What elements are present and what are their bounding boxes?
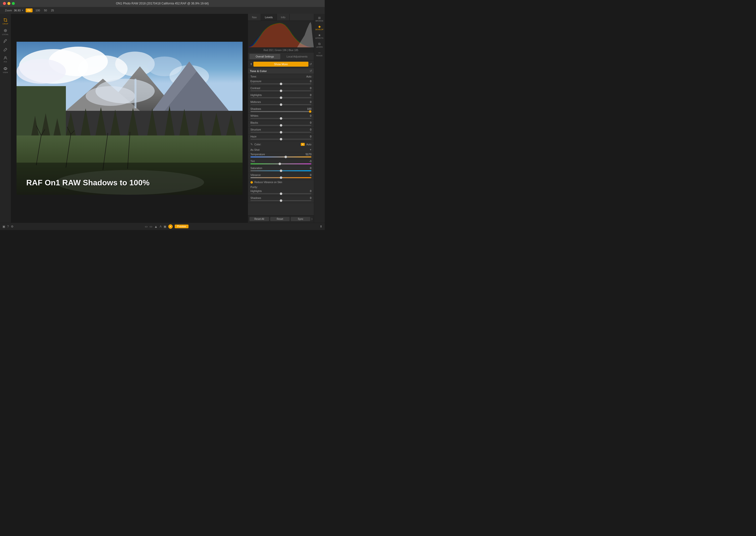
svg-marker-34 — [226, 115, 236, 135]
browse-icon-item[interactable]: ⊞ BROWSE — [315, 15, 324, 23]
bottom-layout-1-icon[interactable]: ▭ — [145, 225, 148, 228]
structure-track[interactable] — [250, 132, 312, 133]
as-shot-row[interactable]: As Shot ▾ — [248, 147, 314, 152]
slider-contrast: Contrast 0 — [248, 86, 314, 93]
bottom-layout-2-icon[interactable]: ▭ — [149, 225, 152, 228]
tab-nav[interactable]: Nav — [248, 14, 261, 20]
purity-shadows-track[interactable] — [250, 200, 312, 201]
purity-highlights-track[interactable] — [250, 193, 312, 194]
tool-local[interactable]: LOCAL — [0, 27, 10, 37]
purity-shadows-label: Shadows — [250, 196, 304, 199]
zoom-label: Zoom — [5, 9, 12, 12]
zoom-fit-button[interactable]: Fit — [26, 8, 33, 12]
vibrance-track[interactable] — [250, 177, 312, 178]
develop-icon-item[interactable]: ◆ DEVELOP — [315, 23, 324, 32]
tool-view[interactable]: VIEW — [0, 65, 10, 75]
reset-all-button[interactable]: Reset All — [249, 217, 269, 221]
adjustments-panel[interactable]: Tone & Color ↺ Tone: Auto Exposure 0 — [248, 68, 314, 215]
local-label: LOCAL — [2, 33, 9, 36]
sync-button[interactable]: Sync — [291, 217, 311, 221]
blacks-thumb[interactable] — [280, 124, 282, 127]
shadows-value: 100 — [304, 107, 312, 110]
preview-button[interactable]: Preview — [175, 224, 188, 228]
haze-track[interactable] — [250, 139, 312, 140]
shadows-track[interactable] — [250, 111, 312, 112]
zoom-50-button[interactable]: 50 — [43, 9, 48, 12]
slider-blacks: Blacks 0 — [248, 121, 314, 128]
zoom-100-button[interactable]: 100 — [35, 9, 41, 12]
layers-icon: ⧉ — [318, 42, 320, 46]
reset-button[interactable]: Reset — [270, 217, 290, 221]
whites-track[interactable] — [250, 118, 312, 119]
zoom-value-display[interactable]: 36.93 ▼ — [14, 9, 23, 12]
tab-levels[interactable]: Levels — [261, 14, 277, 20]
minimize-button[interactable] — [7, 2, 10, 5]
color-auto-label[interactable]: Auto — [306, 143, 312, 146]
temperature-track[interactable] — [250, 156, 312, 157]
structure-thumb[interactable] — [280, 131, 282, 134]
view-icon — [3, 66, 8, 71]
fullscreen-button[interactable] — [12, 2, 15, 5]
zoom-25-button[interactable]: 25 — [50, 9, 55, 12]
tool-retouch[interactable] — [0, 38, 10, 46]
whites-thumb[interactable] — [280, 117, 282, 120]
right-icons-column: ⊞ BROWSE ◆ DEVELOP ★ EFFECTS ⧉ LAYERS ↔ — [314, 14, 325, 222]
tint-track[interactable] — [250, 163, 312, 164]
tone-auto-button[interactable]: Auto — [306, 75, 312, 78]
svg-rect-18 — [135, 79, 136, 108]
right-main-panel: Nav Levels Info — [248, 14, 314, 222]
tone-row: Tone: Auto — [248, 74, 314, 79]
exposure-track[interactable] — [250, 84, 312, 84]
midtones-track[interactable] — [250, 104, 312, 105]
saturation-track[interactable] — [250, 170, 312, 171]
tab-local-adjustments[interactable]: Local Adjustments — [282, 54, 312, 59]
exposure-thumb[interactable] — [280, 83, 282, 85]
tool-fix[interactable]: FIX — [0, 54, 10, 64]
haze-thumb[interactable] — [280, 138, 282, 140]
tool-crop[interactable]: CROP — [0, 16, 10, 26]
bottom-view-icon-b[interactable]: ▣ — [164, 225, 166, 228]
export-icon[interactable]: ⬆ — [320, 225, 322, 228]
purity-shadows-thumb[interactable] — [280, 199, 282, 202]
tab-overall-settings[interactable]: Overall Settings — [249, 54, 280, 59]
slider-tint: Tint -3 — [248, 159, 314, 166]
shadows-thumb[interactable] — [309, 110, 312, 113]
contrast-thumb[interactable] — [280, 89, 282, 92]
show-more-button[interactable]: Show More — [253, 62, 309, 67]
eyedropper-icon[interactable]: ✎ — [250, 143, 253, 146]
reset-icon[interactable]: ↺ — [310, 62, 312, 66]
slider-exposure: Exposure 0 — [248, 79, 314, 86]
histogram-info: Red 202 | Green 196 | Blue 185 — [248, 48, 314, 53]
bottom-left: ▣ ? ⚙ — [2, 225, 14, 228]
purity-highlights-thumb[interactable] — [280, 192, 282, 195]
blacks-label: Blacks — [250, 121, 304, 124]
reduce-vibrance-radio[interactable] — [250, 181, 253, 184]
temperature-thumb[interactable] — [284, 156, 287, 158]
bottom-question-icon[interactable]: ? — [7, 225, 9, 228]
nav-up-arrow[interactable]: ▲ — [154, 224, 158, 228]
highlights-thumb[interactable] — [280, 96, 282, 99]
resize-icon-item[interactable]: ↔ RESIZE — [315, 50, 324, 58]
tab-info[interactable]: Info — [277, 14, 289, 20]
layers-icon-item[interactable]: ⧉ LAYERS — [315, 41, 324, 49]
svg-point-3 — [5, 68, 6, 69]
midtones-thumb[interactable] — [280, 103, 282, 106]
tool-brush[interactable] — [0, 46, 10, 54]
saturation-thumb[interactable] — [280, 170, 282, 172]
bottom-settings-icon[interactable]: ⚙ — [11, 225, 14, 228]
contrast-track[interactable] — [250, 90, 312, 91]
tint-thumb[interactable] — [279, 163, 281, 165]
effects-icon-item[interactable]: ★ EFFECTS — [315, 32, 324, 40]
vibrance-thumb[interactable] — [280, 177, 282, 179]
more-actions-icon[interactable]: ⟩ — [312, 218, 312, 220]
blacks-track[interactable] — [250, 125, 312, 126]
structure-value: 0 — [304, 128, 312, 131]
close-button[interactable] — [3, 2, 6, 5]
highlights-track[interactable] — [250, 97, 312, 98]
zoom-dropdown-icon[interactable]: ▼ — [21, 9, 24, 12]
as-shot-dropdown-icon: ▾ — [310, 148, 312, 151]
bottom-square-icon[interactable]: ▣ — [2, 225, 5, 228]
bottom-view-icon-a[interactable]: A — [160, 225, 162, 228]
tone-color-section-header[interactable]: Tone & Color ↺ — [248, 68, 314, 74]
color-k-button[interactable]: K — [301, 143, 305, 146]
